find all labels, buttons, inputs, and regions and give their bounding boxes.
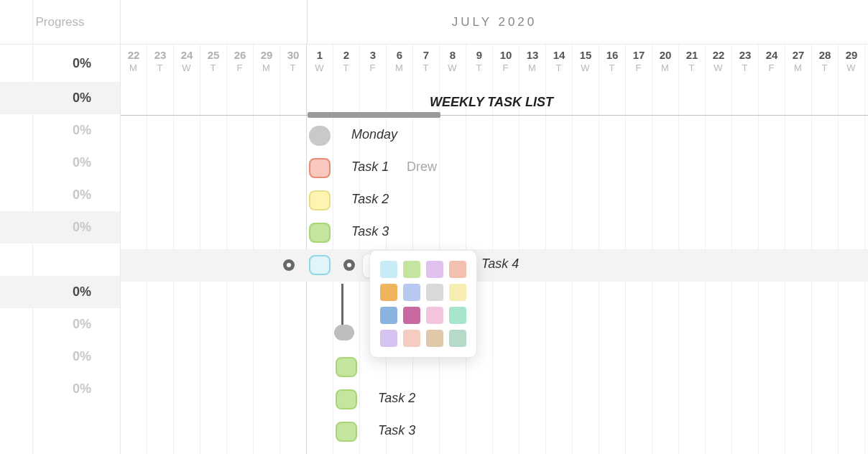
day-weekday: T	[812, 62, 838, 73]
day-number: 30	[280, 49, 306, 61]
color-swatch[interactable]	[449, 284, 466, 301]
progress-cell: 0%	[0, 340, 120, 373]
drag-handle-right-icon[interactable]	[343, 259, 355, 271]
progress-cell: 0%	[0, 82, 120, 114]
day-number: 24	[174, 49, 200, 61]
color-swatch[interactable]	[449, 261, 466, 278]
task-assignee: Drew	[407, 159, 437, 175]
day-weekday: T	[200, 62, 226, 73]
day-number: 1	[307, 49, 333, 61]
progress-cell: 0%	[0, 211, 120, 244]
day-weekday: M	[254, 62, 280, 73]
day-number: 22	[706, 49, 731, 61]
day-weekday: F	[759, 62, 785, 73]
day-number: 16	[599, 49, 625, 61]
day-weekday: M	[652, 62, 678, 73]
task-chip[interactable]	[309, 158, 331, 178]
day-weekday: M	[387, 62, 412, 73]
color-swatch[interactable]	[403, 261, 420, 278]
color-swatch[interactable]	[449, 307, 466, 324]
progress-cell: 0%	[0, 373, 120, 405]
color-swatch[interactable]	[426, 261, 443, 278]
progress-cell: 0%	[0, 308, 120, 340]
day-weekday: M	[520, 62, 545, 73]
task-label: Task 4	[481, 256, 519, 272]
task-row[interactable]: Task 3	[121, 416, 868, 448]
day-number: 6	[387, 49, 412, 61]
day-weekday: T	[466, 62, 492, 73]
task-label: Task 2	[378, 391, 415, 406]
day-number: 17	[626, 49, 652, 61]
color-swatch[interactable]	[403, 330, 420, 347]
progress-cell: 0%	[0, 276, 120, 308]
task-chip[interactable]	[309, 255, 331, 275]
day-number: 9	[466, 49, 492, 61]
group-summary-bar[interactable]	[308, 112, 440, 118]
color-swatch[interactable]	[380, 307, 397, 324]
progress-header: Progress	[0, 0, 120, 45]
progress-cell: 0%	[0, 45, 120, 82]
color-swatch[interactable]	[380, 284, 397, 301]
subgroup-marker[interactable]	[334, 325, 354, 340]
day-number: 20	[652, 49, 678, 61]
progress-cell: 0%	[0, 114, 120, 147]
day-number: 29	[839, 49, 864, 61]
task-row[interactable]: Task 1Drew	[121, 152, 868, 185]
color-swatch[interactable]	[380, 261, 397, 278]
month-header: JULY 2020	[121, 0, 868, 45]
day-number: 21	[679, 49, 705, 61]
day-weekday: T	[333, 62, 359, 73]
day-weekday: M	[121, 62, 147, 73]
day-number: 14	[546, 49, 572, 61]
day-number: 15	[573, 49, 599, 61]
task-chip[interactable]	[336, 422, 357, 442]
day-weekday: W	[307, 62, 333, 73]
task-chip[interactable]	[309, 126, 331, 146]
task-chip[interactable]	[309, 190, 331, 210]
day-number: 29	[254, 49, 280, 61]
color-swatch[interactable]	[426, 330, 443, 347]
color-swatch[interactable]	[403, 307, 420, 324]
day-number: 13	[520, 49, 545, 61]
task-chip[interactable]	[336, 357, 357, 377]
day-weekday: F	[626, 62, 652, 73]
day-weekday: T	[546, 62, 572, 73]
color-swatch[interactable]	[403, 284, 420, 301]
task-label: Task 1	[351, 159, 389, 175]
progress-cell: 0%	[0, 147, 120, 179]
drag-handle-left-icon[interactable]	[283, 259, 295, 271]
progress-sidebar: Progress 0%0%0%0%0%0%0%0%0%0%	[0, 0, 121, 454]
day-weekday: W	[839, 62, 864, 73]
day-number: 26	[227, 49, 253, 61]
day-number: 22	[121, 49, 147, 61]
color-swatch[interactable]	[426, 307, 443, 324]
color-swatch[interactable]	[426, 284, 443, 301]
group-title: WEEKLY TASK LIST	[430, 95, 553, 110]
month-label: JULY 2020	[452, 15, 537, 29]
task-row[interactable]: Task 3	[121, 217, 868, 249]
task-chip[interactable]	[336, 389, 357, 409]
day-number: 27	[785, 49, 811, 61]
task-row[interactable]	[121, 351, 868, 384]
progress-cell	[0, 244, 120, 276]
day-weekday: T	[413, 62, 439, 73]
day-number: 24	[759, 49, 785, 61]
day-number: 23	[147, 49, 173, 61]
task-label: Task 3	[378, 423, 415, 438]
day-weekday: T	[280, 62, 306, 73]
task-row[interactable]: Monday	[121, 120, 868, 152]
task-label: Task 2	[351, 192, 389, 207]
day-weekday: T	[599, 62, 625, 73]
color-swatch[interactable]	[380, 330, 397, 347]
task-row[interactable]: Task 2	[121, 384, 868, 416]
day-number: 28	[812, 49, 838, 61]
day-weekday: T	[147, 62, 173, 73]
day-number: 25	[200, 49, 226, 61]
day-weekday: W	[174, 62, 200, 73]
task-row[interactable]: Task 2	[121, 185, 868, 217]
day-weekday: F	[360, 62, 386, 73]
day-number: 3	[360, 49, 386, 61]
color-swatch[interactable]	[449, 330, 466, 347]
day-weekday: W	[440, 62, 466, 73]
task-chip[interactable]	[309, 223, 331, 243]
